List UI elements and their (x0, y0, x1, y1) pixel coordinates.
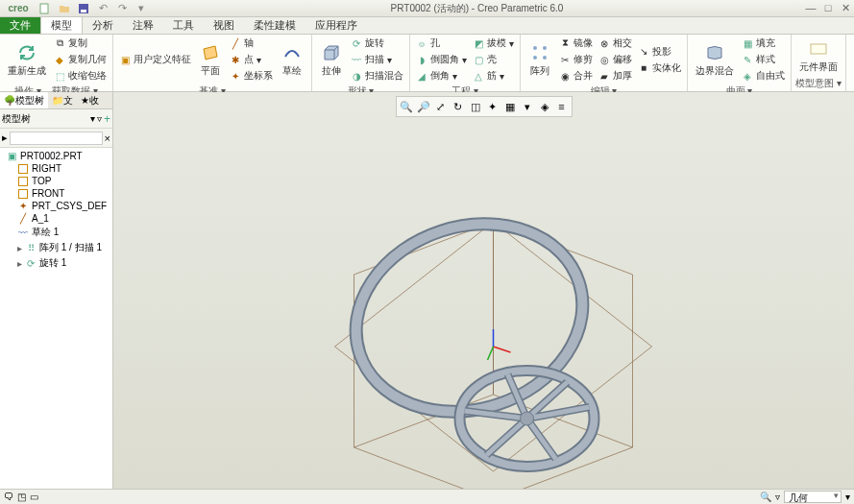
status-more-icon[interactable]: ▾ (845, 492, 850, 502)
tree-item[interactable]: ▸⠿阵列 1 / 扫描 1 (2, 240, 110, 255)
draft-button[interactable]: ◩拔模 ▾ (471, 36, 516, 51)
tree-item[interactable]: RIGHT (2, 162, 110, 175)
intersect-button[interactable]: ⊗相交 (597, 36, 634, 51)
sidebar-tab-model-tree[interactable]: 🌳 模型树 (0, 92, 48, 108)
copy-icon: ⧉ (54, 37, 65, 49)
offset-icon: ◎ (598, 54, 610, 65)
trim-button[interactable]: ✂修剪 (557, 52, 595, 67)
tab-annotate[interactable]: 注释 (123, 17, 163, 34)
tree-filter-label: 模型树 (2, 112, 31, 126)
tree-search-input[interactable] (10, 132, 103, 145)
draft-icon: ◩ (473, 37, 484, 49)
tree-settings-icon[interactable]: ▾ (90, 113, 95, 124)
plane-icon (17, 177, 29, 186)
status-layer-icon[interactable]: ▭ (30, 492, 38, 502)
extrude-button[interactable]: 拉伸 (316, 39, 347, 80)
intersect-icon: ⊗ (598, 37, 610, 49)
undo-icon[interactable]: ↶ (94, 2, 111, 15)
shell-button[interactable]: ▢壳 (471, 52, 516, 67)
merge-button[interactable]: ◉合并 (557, 68, 595, 84)
model-tree[interactable]: ▣PRT0002.PRT RIGHT TOP FRONT ✦PRT_CSYS_D… (0, 148, 112, 489)
sweep-blend-button[interactable]: ◑扫描混合 (349, 68, 405, 84)
shrink-icon: ⬚ (54, 70, 65, 82)
save-icon[interactable] (75, 2, 92, 15)
tree-item[interactable]: ✦PRT_CSYS_DEF (2, 200, 110, 212)
tree-item[interactable]: ▸⟳旋转 1 (2, 255, 110, 271)
mirror-icon: ⧗ (559, 37, 571, 49)
open-icon[interactable] (56, 2, 73, 15)
pattern-button[interactable]: 阵列 (525, 39, 555, 80)
pattern-icon (528, 41, 551, 64)
rib-button[interactable]: △筋 ▾ (471, 68, 516, 84)
status-filter-icon[interactable]: ▿ (775, 492, 780, 502)
tree-item[interactable]: FRONT (2, 187, 110, 200)
selection-filter-combo[interactable]: 几何 (784, 491, 842, 503)
tree-item[interactable]: 〰草绘 1 (2, 225, 110, 240)
group-ops: 重新生成 ⧉复制 ◆复制几何 ⬚收缩包络 操作 ▾ 获取数据 ▾ (0, 35, 113, 91)
tab-analysis[interactable]: 分析 (83, 17, 123, 34)
qat-more-icon[interactable]: ▾ (133, 2, 150, 15)
project-button[interactable]: ↘投影 (636, 44, 683, 60)
tab-tools[interactable]: 工具 (163, 17, 204, 34)
status-selection-icon[interactable]: ◳ (17, 492, 26, 502)
tree-root[interactable]: ▣PRT0002.PRT (2, 150, 110, 162)
sidebar-tab-fav[interactable]: ★ 收 (77, 92, 103, 108)
tab-flex[interactable]: 柔性建模 (244, 17, 305, 34)
rib-icon: △ (473, 70, 484, 82)
status-find-icon[interactable]: 🔍 (760, 492, 771, 502)
copy-button[interactable]: ⧉复制 (52, 36, 109, 51)
redo-icon[interactable]: ↷ (113, 2, 131, 15)
sidebar-tab-folders[interactable]: 📁 文 (48, 92, 77, 108)
boundary-button[interactable]: 边界混合 (692, 39, 738, 80)
point-button[interactable]: ✱点 ▾ (228, 52, 275, 67)
viewport[interactable]: 🔍 🔎 ⤢ ↻ ◫ ✦ ▦ ▾ ◈ ≡ (113, 92, 854, 489)
chamfer-icon: ◢ (416, 70, 427, 82)
sketch-button[interactable]: 草绘 (277, 39, 307, 80)
tab-model[interactable]: 模型 (40, 17, 83, 34)
tree-item[interactable]: ╱A_1 (2, 212, 110, 225)
tab-apps[interactable]: 应用程序 (305, 17, 367, 34)
tree-item[interactable]: TOP (2, 175, 110, 187)
comp-if-button[interactable]: 元件界面 (795, 36, 842, 76)
status-msg-icon[interactable]: 🗨 (4, 492, 13, 502)
round-button[interactable]: ◗倒圆角 ▾ (414, 52, 469, 67)
group-datum: ▣用户定义特征 平面 ╱轴 ✱点 ▾ ✦坐标系 草绘 基准 ▾ (113, 35, 312, 91)
tree-add-icon[interactable]: + (104, 112, 110, 126)
thicken-button[interactable]: ▰加厚 (597, 68, 634, 84)
hole-button[interactable]: ⌾孔 (414, 36, 469, 51)
sidebar: 🌳 模型树 📁 文 ★ 收 模型树 ▾ ▿ + ▸ × ▣PRT0002.PRT… (0, 92, 113, 489)
ribbon-tabs: 文件 模型 分析 注释 工具 视图 柔性建模 应用程序 (0, 17, 854, 35)
copy-geom-icon: ◆ (54, 54, 65, 65)
axis-icon: ╱ (17, 214, 29, 224)
copy-geom-button[interactable]: ◆复制几何 (52, 52, 109, 67)
regen-button[interactable]: 重新生成 (4, 39, 50, 80)
style-icon: ✎ (742, 54, 753, 65)
sweep-button[interactable]: 〰扫描 ▾ (349, 52, 405, 67)
csys-button[interactable]: ✦坐标系 (228, 68, 275, 84)
offset-button[interactable]: ◎偏移 (597, 52, 634, 67)
close-button[interactable]: ✕ (839, 2, 852, 14)
group-edit: 阵列 ⧗镜像 ✂修剪 ◉合并 ⊗相交 ◎偏移 ▰加厚 ↘投影 ■实体化 编辑 ▾ (521, 35, 688, 91)
solidify-button[interactable]: ■实体化 (636, 60, 683, 76)
plane-button[interactable]: 平面 (195, 39, 226, 80)
shrinkwrap-button[interactable]: ⬚收缩包络 (52, 68, 109, 84)
new-icon[interactable] (37, 2, 54, 15)
merge-icon: ◉ (559, 70, 571, 82)
freeform-button[interactable]: ◈自由式 (740, 68, 787, 84)
tab-file[interactable]: 文件 (0, 17, 40, 34)
maximize-button[interactable]: □ (821, 2, 835, 14)
revolve-button[interactable]: ⟳旋转 (349, 36, 405, 51)
style-button[interactable]: ✎样式 (740, 52, 787, 67)
quick-access-toolbar: creo ↶ ↷ ▾ (2, 2, 150, 15)
fill-button[interactable]: ▦填充 (740, 36, 787, 51)
axis-button[interactable]: ╱轴 (228, 36, 275, 51)
tree-expand-icon[interactable]: ▸ (2, 132, 8, 144)
tree-search-clear-icon[interactable]: × (105, 132, 110, 144)
minimize-button[interactable]: — (804, 2, 817, 14)
udf-button[interactable]: ▣用户定义特征 (117, 52, 193, 67)
tab-view[interactable]: 视图 (204, 17, 244, 34)
ribbon: 重新生成 ⧉复制 ◆复制几何 ⬚收缩包络 操作 ▾ 获取数据 ▾ ▣用户定义特征… (0, 35, 854, 92)
tree-filter-icon[interactable]: ▿ (97, 113, 102, 124)
mirror-button[interactable]: ⧗镜像 (557, 36, 595, 51)
chamfer-button[interactable]: ◢倒角 ▾ (414, 68, 469, 84)
